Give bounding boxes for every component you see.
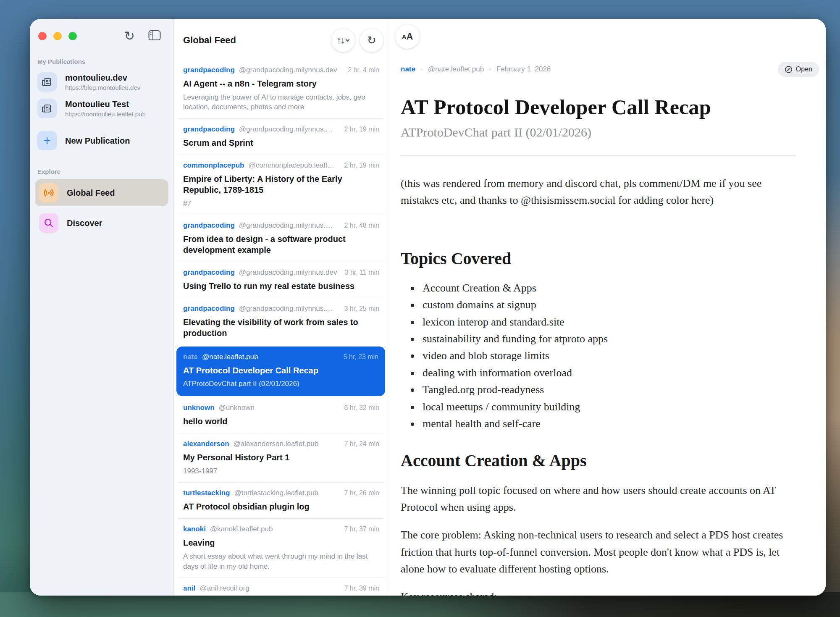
article-intro: (this was rendered from memory and disco… [401, 175, 796, 209]
feed-item-author: kanoki [183, 525, 206, 533]
feed-item-handle: @grandpacoding.milynnus.dev [239, 66, 337, 74]
article-section-heading: Account Creation & Apps [401, 451, 796, 470]
feed-item-title: Empire of Liberty: A History of the Earl… [183, 173, 379, 195]
article-bullet: Account Creation & Apps [420, 280, 796, 296]
article-meta: nate · @nate.leaflet.pub · February 1, 2… [388, 19, 826, 77]
sidebar: ↻ My Publications [30, 19, 174, 596]
refresh-icon: ↻ [367, 34, 376, 47]
feed-item-author: grandpacoding [183, 221, 235, 230]
feed-item-time: 3 hr, 11 min [341, 269, 379, 276]
feed-item-author: anil [183, 584, 195, 593]
feed-item-author: alexanderson [183, 440, 229, 448]
feed-item-description: A short essay about what went through my… [183, 551, 379, 571]
feed-item-time: 2 hr, 19 min [341, 162, 379, 169]
close-window-button[interactable] [38, 32, 47, 40]
feed-item-title: AT Protocol Developer Call Recap [183, 365, 378, 376]
feed-item[interactable]: grandpacoding@grandpacoding.milynnus.dev… [178, 119, 384, 155]
publication-name: Montoulieu Test [65, 100, 146, 109]
feed-item-handle: @grandpacoding.milynnus.dev [239, 268, 337, 277]
feed-item-meta: nate@nate.leaflet.pub5 hr, 23 min [183, 353, 378, 361]
feed-item-title: Elevating the visibility of work from sa… [183, 317, 379, 339]
article-panel: AA nate · @nate.leaflet.pub · February 1… [388, 19, 826, 596]
article-paragraph: The core problem: Asking non-technical u… [401, 527, 796, 578]
feed-item-title: My Personal History Part 1 [183, 452, 379, 463]
feed-item-title: Scrum and Sprint [183, 137, 379, 148]
feed-item-title: AI Agent -- a n8n - Telegram story [183, 78, 379, 89]
feed-item[interactable]: grandpacoding@grandpacoding.milynnus.dev… [178, 262, 384, 298]
feed-item[interactable]: nate@nate.leaflet.pub5 hr, 23 minAT Prot… [176, 347, 385, 396]
article-bullet: local meetups / community building [420, 399, 796, 415]
feed-item-author: commonplacepub [183, 161, 244, 170]
plus-icon: + [37, 131, 57, 150]
feed-item-description: 1993-1997 [183, 466, 379, 476]
article-handle: @nate.leaflet.pub [428, 65, 484, 74]
article-bullet: lexicon interop and standard.site [420, 314, 796, 330]
feed-item-time: 2 hr, 19 min [341, 126, 379, 133]
article-body: Topics CoveredAccount Creation & Appscus… [401, 249, 796, 596]
newspaper-icon [37, 72, 57, 92]
feed-item-meta: alexanderson@alexanderson.leaflet.pub7 h… [183, 440, 379, 448]
feed-item[interactable]: grandpacoding@grandpacoding.milynnus.dev… [178, 60, 384, 119]
feed-item-meta: commonplacepub@commonplacepub.leaflet.pu… [183, 161, 379, 170]
feed-list: grandpacoding@grandpacoding.milynnus.dev… [174, 60, 388, 596]
feed-item-handle: @unknown [219, 404, 255, 412]
feed-item-time: 7 hr, 37 min [341, 525, 379, 533]
new-publication-button[interactable]: + New Publication [37, 131, 168, 150]
sort-button[interactable]: ↑↓ [331, 29, 355, 52]
article-bullet: custom domains at signup [420, 297, 796, 313]
feed-item-time: 7 hr, 39 min [341, 585, 379, 592]
publication-url: https://montoulieu.leaflet.pub [65, 110, 146, 118]
feed-item[interactable]: kanoki@kanoki.leaflet.pub7 hr, 37 minLea… [178, 519, 384, 578]
feed-item-author: nate [183, 353, 198, 361]
feed-item-handle: @nate.leaflet.pub [202, 353, 258, 361]
feed-item-author: grandpacoding [183, 305, 235, 313]
feed-item[interactable]: unknown@unknown6 hr, 32 minhello world [178, 397, 384, 433]
feed-item-handle: @turtlestacking.leaflet.pub [234, 489, 318, 497]
feed-item-handle: @grandpacoding.milynnus.dev [239, 125, 337, 134]
feed-column: Global Feed ↑↓ ↻ grandpacoding@grandpaco… [174, 19, 388, 596]
feed-item-handle: @commonplacepub.leaflet.pub [248, 161, 336, 170]
app-window: ↻ My Publications [30, 19, 826, 596]
feed-item-title: AT Protocol obsidian plugin log [183, 501, 379, 512]
article-date: February 1, 2026 [496, 65, 551, 74]
feed-item[interactable]: alexanderson@alexanderson.leaflet.pub7 h… [178, 433, 384, 483]
feed-item-meta: grandpacoding@grandpacoding.milynnus.dev… [183, 268, 379, 277]
feed-item-time: 5 hr, 23 min [340, 353, 378, 361]
sidebar-item-publication-2[interactable]: Montoulieu Test https://montoulieu.leafl… [37, 99, 168, 118]
feed-item[interactable]: grandpacoding@grandpacoding.milynnus.dev… [178, 215, 384, 262]
minimize-window-button[interactable] [53, 32, 62, 40]
feed-item[interactable]: grandpacoding@grandpacoding.milynnus.dev… [178, 298, 384, 345]
feed-item-meta: unknown@unknown6 hr, 32 min [183, 404, 379, 412]
feed-item[interactable]: anil@anil.recoil.org7 hr, 39 minMy (very… [178, 578, 384, 596]
text-size-button[interactable]: AA [395, 24, 420, 49]
global-feed-label: Global Feed [67, 188, 115, 198]
discover-label: Discover [67, 218, 102, 228]
article-author-link[interactable]: nate [401, 65, 415, 74]
feed-item[interactable]: commonplacepub@commonplacepub.leaflet.pu… [178, 155, 384, 215]
open-button[interactable]: Open [778, 62, 819, 77]
feed-item-title: Using Trello to run my real estate busin… [183, 281, 379, 291]
feed-item-author: unknown [183, 404, 215, 412]
feed-item-meta: grandpacoding@grandpacoding.milynnus.dev… [183, 221, 379, 230]
article-bullet-list: Account Creation & Appscustom domains at… [401, 280, 796, 432]
zoom-window-button[interactable] [68, 32, 77, 40]
feed-item-time: 2 hr, 4 min [344, 66, 379, 74]
feed-item[interactable]: turtlestacking@turtlestacking.leaflet.pu… [178, 483, 384, 519]
sidebar-item-discover[interactable]: Discover [35, 210, 168, 236]
newspaper-icon [37, 99, 57, 118]
toggle-sidebar-icon[interactable] [148, 30, 161, 42]
sidebar-item-publication-1[interactable]: montoulieu.dev https://blog.montoulieu.d… [37, 72, 168, 92]
feed-item-title: Leaving [183, 537, 379, 548]
feed-refresh-button[interactable]: ↻ [360, 29, 383, 52]
explore-header: Explore [37, 168, 173, 175]
sidebar-item-global-feed[interactable]: Global Feed [35, 179, 168, 206]
article-subtitle: ATProtoDevChat part II (02/01/2026) [401, 125, 796, 139]
sidebar-refresh-icon[interactable]: ↻ [124, 30, 135, 42]
feed-item-meta: kanoki@kanoki.leaflet.pub7 hr, 37 min [183, 525, 379, 533]
article-paragraph: Key resources shared: [401, 588, 796, 596]
open-label: Open [796, 66, 812, 73]
article-section-heading: Topics Covered [401, 249, 796, 268]
feed-item-author: grandpacoding [183, 66, 235, 74]
compass-icon [785, 66, 793, 74]
feed-item-meta: grandpacoding@grandpacoding.milynnus.dev… [183, 125, 379, 134]
